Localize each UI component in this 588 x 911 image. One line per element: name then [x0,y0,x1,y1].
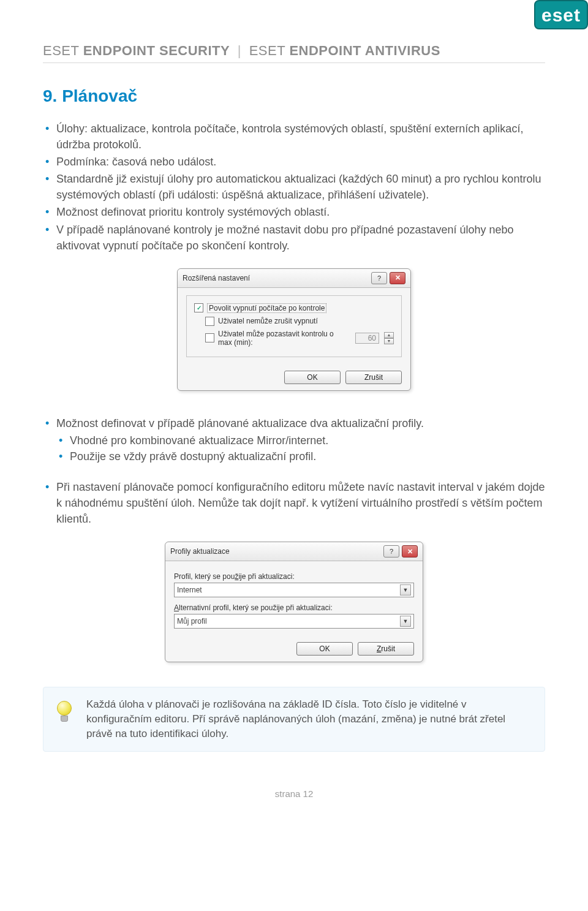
header-product-line: ESET ENDPOINT SECURITY | ESET ENDPOINT A… [43,43,545,63]
brand-logo: eset [534,0,588,29]
list-item: Podmínka: časová nebo událost. [43,154,545,170]
help-button[interactable]: ? [371,272,387,284]
alt-profile-label: Alternativní profil, který se použije př… [174,603,414,612]
chevron-down-icon: ▼ [400,584,411,595]
list-item: Možnost definovat prioritu kontroly syst… [43,204,545,220]
list-item: Použije se vždy právě dostupný aktualiza… [56,448,545,464]
dialog-update-profiles: Profily aktualizace ? ✕ Profil, který se… [165,542,423,662]
list-item: Při nastavení plánovače pomocí konfigura… [43,479,545,527]
brand-name-2: ENDPOINT ANTIVIRUS [289,43,440,58]
checkbox-label: Uživatel může pozastavit kontrolu o max … [218,330,349,347]
header-separator: | [238,43,241,58]
minutes-input[interactable]: 60 [355,333,379,344]
brand-prefix-2: ESET [249,43,290,58]
cancel-button[interactable]: Zrušit [358,642,414,656]
section-title: 9. Plánovač [43,86,545,106]
dialog-advanced-settings: Rozšířená nastavení ? ✕ Povolit vypnutí … [177,268,411,391]
ok-button[interactable]: OK [296,642,353,656]
primary-profile-label: Profil, který se použije při aktualizaci… [174,572,414,581]
page-footer: strana 12 [43,788,545,799]
close-button[interactable]: ✕ [402,545,418,558]
spinner-down-icon[interactable]: ▼ [384,338,394,344]
help-button[interactable]: ? [383,545,399,558]
bullet-list-top: Úlohy: aktualizace, kontrola počítače, k… [43,121,545,254]
checkbox-allow-shutdown[interactable] [194,303,203,312]
bullet-list-mid: Možnost definovat v případě plánované ak… [43,415,545,464]
select-value: Můj profil [177,617,207,626]
list-item: Možnost definovat v případě plánované ak… [43,415,545,464]
alt-profile-select[interactable]: Můj profil ▼ [174,614,414,629]
dialog-title: Profily aktualizace [170,547,230,556]
lightbulb-icon [55,701,74,727]
checkbox-label: Uživatel nemůže zrušit vypnutí [218,317,318,325]
list-item: Úlohy: aktualizace, kontrola počítače, k… [43,121,545,153]
checkbox-pause-max[interactable] [205,333,214,342]
select-value: Internet [177,586,202,594]
dialog-title: Rozšířená nastavení [183,274,250,282]
bullet-list-mid-2: Při nastavení plánovače pomocí konfigura… [43,479,545,527]
cancel-button[interactable]: Zrušit [345,371,402,384]
checkbox-no-cancel[interactable] [205,317,214,326]
eset-logo-text: eset [534,0,588,29]
checkbox-label: Povolit vypnutí počítače po kontrole [207,303,326,313]
primary-profile-select[interactable]: Internet ▼ [174,583,414,597]
tip-callout: Každá úloha v plánovači je rozlišována n… [43,687,545,751]
tip-text: Každá úloha v plánovači je rozlišována n… [86,698,505,739]
list-item-text: Možnost definovat v případě plánované ak… [56,417,424,429]
minutes-spinner[interactable]: ▲ ▼ [384,332,394,344]
close-button[interactable]: ✕ [390,272,405,284]
brand-prefix-1: ESET [43,43,83,58]
list-item: Standardně již existují úlohy pro automa… [43,171,545,203]
ok-button[interactable]: OK [284,371,341,384]
list-item: V případě naplánované kontroly je možné … [43,222,545,254]
spinner-up-icon[interactable]: ▲ [384,332,394,338]
brand-name-1: ENDPOINT SECURITY [83,43,230,58]
chevron-down-icon: ▼ [400,616,411,627]
list-item: Vhodné pro kombinované aktualizace Mirro… [56,433,545,448]
